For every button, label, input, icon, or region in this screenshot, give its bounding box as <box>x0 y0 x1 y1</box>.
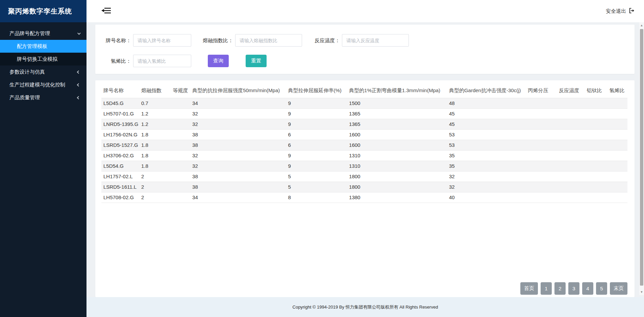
table-cell: 9 <box>286 98 347 108</box>
table-cell: 2 <box>139 182 171 192</box>
table-cell <box>171 182 191 192</box>
page-button-4[interactable]: 4 <box>582 282 593 295</box>
table-cell: LH1757-02.L <box>101 171 139 182</box>
table-cell: 1.8 <box>139 140 171 150</box>
table-cell: 1800 <box>347 171 447 182</box>
table-cell: 38 <box>190 182 286 192</box>
table-cell: 35 <box>447 150 526 161</box>
table-cell <box>557 182 585 192</box>
topbar: 安全退出 <box>86 0 644 22</box>
search-form: 牌号名称： 熔融指数比： 反应温度： 氢烯比： 查询 重置 <box>95 25 635 74</box>
column-header-4: 典型拉伸屈服延伸率(%) <box>286 84 347 98</box>
table-cell <box>608 192 627 203</box>
scroll-up-icon[interactable]: ▲ <box>639 23 644 28</box>
data-table: 牌号名称熔融指数等规度典型的抗拉伸屈服强度50mm/min(Mpa)典型拉伸屈服… <box>101 84 627 203</box>
sidebar-item-3[interactable]: 参数设计与仿真 <box>0 65 86 78</box>
sidebar-item-label: 牌号切换工业模拟 <box>17 56 57 62</box>
table-row: LH5707-01.G1.2329136545 <box>101 108 627 119</box>
table-cell: 45 <box>447 119 526 129</box>
table-row: LH1756-02N.G1.8386160053 <box>101 129 627 140</box>
sidebar-item-5[interactable]: 产品质量管理 <box>0 91 86 104</box>
page-button-5[interactable]: 5 <box>596 282 607 295</box>
table-cell <box>171 119 191 129</box>
logout-button[interactable]: 安全退出 <box>606 0 635 22</box>
brand-name-input[interactable] <box>133 34 191 47</box>
table-cell <box>608 119 627 129</box>
column-header-3: 典型的抗拉伸屈服强度50mm/min(Mpa) <box>190 84 286 98</box>
table-cell <box>526 182 557 192</box>
table-cell: 32 <box>447 171 526 182</box>
table-cell: 2 <box>139 171 171 182</box>
reaction-temp-input[interactable] <box>342 34 409 47</box>
melt-index-ratio-input[interactable] <box>235 34 302 47</box>
table-cell: 2 <box>139 192 171 203</box>
sidebar-item-0[interactable]: 产品牌号配方管理 <box>0 27 86 40</box>
table-cell <box>585 119 608 129</box>
table-cell <box>557 119 585 129</box>
column-header-9: 铝钛比 <box>585 84 608 98</box>
page-button-首页[interactable]: 首页 <box>520 282 538 295</box>
table-cell: 1500 <box>347 98 447 108</box>
scroll-down-icon[interactable]: ▼ <box>639 290 644 294</box>
page-button-3[interactable]: 3 <box>568 282 579 295</box>
table-cell: 32 <box>190 161 286 171</box>
page-button-1[interactable]: 1 <box>541 282 552 295</box>
table-cell: 53 <box>447 129 526 140</box>
sidebar-item-4[interactable]: 生产过程建模与优化控制 <box>0 78 86 91</box>
brand-name-label: 牌号名称： <box>95 34 131 47</box>
logout-label: 安全退出 <box>606 8 626 15</box>
table-row: LNRD5-1395.G1.2329136545 <box>101 119 627 129</box>
data-table-card: 牌号名称熔融指数等规度典型的抗拉伸屈服强度50mm/min(Mpa)典型拉伸屈服… <box>95 80 635 297</box>
table-cell: LNRD5-1395.G <box>101 119 139 129</box>
table-cell <box>608 98 627 108</box>
table-row: L5D54.G1.8329131035 <box>101 161 627 171</box>
app-title: 聚丙烯数字孪生系统 <box>0 0 86 22</box>
hydrogen-ratio-input[interactable] <box>133 55 191 67</box>
table-cell <box>526 140 557 150</box>
column-header-1: 熔融指数 <box>139 84 171 98</box>
vertical-scrollbar[interactable]: ▲ ▼ <box>639 22 644 295</box>
table-cell: LH5707-01.G <box>101 108 139 119</box>
chevron-left-icon <box>77 83 80 86</box>
page-button-末页[interactable]: 末页 <box>610 282 627 295</box>
table-row: LSRD5-1527.G1.8386160053 <box>101 140 627 150</box>
table-cell <box>171 171 191 182</box>
column-header-2: 等规度 <box>171 84 191 98</box>
table-cell <box>171 150 191 161</box>
page-button-2[interactable]: 2 <box>554 282 566 295</box>
sidebar-item-label: 配方管理模板 <box>17 43 47 50</box>
table-cell: L5D54.G <box>101 161 139 171</box>
column-header-0: 牌号名称 <box>101 84 139 98</box>
melt-index-ratio-label: 熔融指数比： <box>197 34 233 47</box>
table-cell: LH3706-02.G <box>101 150 139 161</box>
table-cell <box>585 161 608 171</box>
table-cell <box>557 140 585 150</box>
table-cell <box>585 150 608 161</box>
scrollbar-thumb[interactable] <box>640 29 643 286</box>
table-cell <box>557 108 585 119</box>
table-cell <box>171 161 191 171</box>
table-cell: 9 <box>286 119 347 129</box>
table-cell: LSRD5-1527.G <box>101 140 139 150</box>
table-cell <box>585 192 608 203</box>
table-cell <box>608 171 627 182</box>
main-content: 牌号名称： 熔融指数比： 反应温度： 氢烯比： 查询 重置 牌号名称熔融指数等规… <box>86 22 644 317</box>
table-cell: 38 <box>190 140 286 150</box>
sidebar-collapse-icon[interactable] <box>101 6 112 16</box>
table-cell: 34 <box>190 98 286 108</box>
reset-button[interactable]: 重置 <box>246 55 267 67</box>
table-cell <box>608 140 627 150</box>
sidebar-item-2[interactable]: 牌号切换工业模拟 <box>0 53 86 65</box>
table-cell: 1365 <box>347 119 447 129</box>
sidebar-item-1[interactable]: 配方管理模板 <box>0 40 86 53</box>
footer: Copyright © 1994-2019 By 恒力集团有限公司版权所有 Al… <box>86 297 644 317</box>
table-cell <box>171 129 191 140</box>
table-cell <box>585 108 608 119</box>
table-cell <box>585 182 608 192</box>
table-cell <box>608 150 627 161</box>
table-cell <box>171 140 191 150</box>
table-cell: 48 <box>447 98 526 108</box>
reaction-temp-label: 反应温度： <box>303 34 340 47</box>
table-row: LH1757-02.L2385180032 <box>101 171 627 182</box>
query-button[interactable]: 查询 <box>208 55 229 67</box>
